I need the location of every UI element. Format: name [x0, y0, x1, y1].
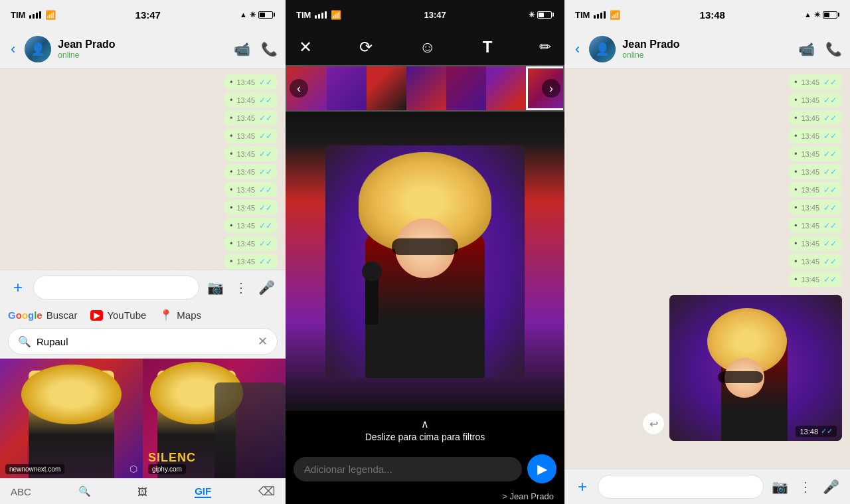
gif-clear-button[interactable]: ✕ — [258, 334, 268, 349]
frame-6[interactable] — [486, 66, 526, 110]
right-plus-button[interactable]: + — [572, 477, 592, 496]
gif-silencio-text: SILENC — [148, 451, 196, 465]
msg-6: • 13:45 ✓✓ — [224, 164, 278, 179]
caption-input[interactable] — [294, 457, 522, 481]
right-wifi: 📶 — [610, 10, 620, 20]
close-button[interactable]: ✕ — [299, 38, 312, 56]
right-avatar-image: 👤 — [589, 36, 616, 62]
left-wifi: 📶 — [45, 10, 56, 20]
right-msg-5: • 13:45 ✓✓ — [789, 146, 842, 161]
middle-wifi: 📶 — [331, 10, 341, 20]
right-header-info: Jean Prado online — [622, 39, 792, 60]
frame-4[interactable] — [406, 66, 446, 110]
frame-2[interactable] — [327, 66, 367, 110]
right-carrier: TIM — [575, 10, 590, 20]
bottom-label: > Jean Prado — [286, 489, 564, 504]
middle-battery — [537, 11, 554, 19]
kb-photo[interactable]: 🖼 — [137, 486, 147, 497]
send-button[interactable]: ▶ — [527, 454, 556, 483]
right-contact-status: online — [622, 50, 792, 60]
buscar-label: Buscar — [46, 309, 78, 321]
slide-hint-text: Deslize para cima para filtros — [365, 432, 485, 442]
video-call-icon[interactable]: 📹 — [234, 41, 250, 57]
more-button[interactable]: ⋮ — [232, 277, 250, 298]
right-phone-icon[interactable]: 📞 — [825, 41, 842, 57]
right-msg-11: • 13:45 ✓✓ — [789, 254, 842, 269]
film-strip: ‹ › — [286, 65, 564, 112]
maps-label: Maps — [177, 309, 201, 321]
left-avatar: 👤 — [25, 36, 51, 62]
frame-3[interactable] — [367, 66, 406, 110]
input-row: + 📷 ⋮ 🎤 — [0, 270, 286, 305]
maps-icon: 📍 — [159, 309, 173, 321]
msg-8: • 13:45 ✓✓ — [224, 200, 278, 215]
rotate-tool[interactable]: ⟳ — [359, 38, 373, 56]
right-msg-12: • 13:45 ✓✓ — [789, 272, 842, 287]
right-msg-7: • 13:45 ✓✓ — [789, 182, 842, 197]
keyboard-bar: ABC 🔍 🖼 GIF ⌫ — [0, 478, 286, 504]
right-message-input[interactable] — [598, 475, 764, 499]
pen-tool[interactable]: ✏ — [539, 39, 551, 56]
left-bottom-area: + 📷 ⋮ 🎤 Google Buscar ▶ YouTube 📍 Maps — [0, 270, 286, 504]
gif-search-input[interactable] — [37, 336, 252, 347]
film-nav-right[interactable]: › — [542, 79, 560, 98]
back-button[interactable]: ‹ — [8, 38, 18, 60]
film-nav-left[interactable]: ‹ — [290, 79, 308, 98]
left-status-left: TIM 📶 — [11, 10, 56, 20]
msg-4: • 13:45 ✓✓ — [224, 128, 278, 143]
middle-carrier: TIM — [296, 10, 311, 20]
sent-gif-wrapper: 13:48 ✓✓ ↩ — [669, 290, 842, 441]
msg-3: • 13:45 ✓✓ — [224, 110, 278, 126]
text-tool[interactable]: T — [483, 38, 493, 56]
camera-button[interactable]: 📷 — [205, 277, 226, 298]
maps-shortcut[interactable]: 📍 Maps — [159, 309, 201, 321]
right-chat-area: • 13:45 ✓✓ • 13:45 ✓✓ • 13:45 ✓✓ • 13:45… — [564, 69, 850, 469]
sent-gif[interactable]: 13:48 ✓✓ — [669, 295, 842, 441]
msg-1: • 13:45 ✓✓ — [224, 74, 278, 90]
bar1 — [29, 15, 31, 19]
right-camera-button[interactable]: 📷 — [769, 476, 791, 497]
msg-10: • 13:45 ✓✓ — [224, 236, 278, 251]
left-location-icon: ▲ — [240, 11, 247, 19]
gif-search-icon: 🔍 — [18, 335, 31, 348]
bar4 — [39, 11, 41, 19]
search-shortcuts: Google Buscar ▶ YouTube 📍 Maps — [0, 305, 286, 325]
avatar-image: 👤 — [25, 36, 51, 62]
msg-5: • 13:45 ✓✓ — [224, 146, 278, 161]
gif-preview — [286, 112, 564, 411]
phone-icon[interactable]: 📞 — [261, 41, 278, 57]
left-panel: TIM 📶 13:47 ▲ ✳ ‹ 👤 — [0, 0, 286, 504]
gif-thumb-1[interactable]: newnownext.com ⬡ — [0, 359, 143, 478]
youtube-shortcut[interactable]: ▶ YouTube — [90, 309, 146, 321]
gif-preview-inner — [286, 112, 564, 411]
right-back-button[interactable]: ‹ — [572, 38, 582, 60]
frame-5[interactable] — [446, 66, 486, 110]
plus-button[interactable]: + — [8, 278, 28, 297]
left-status-right: ▲ ✳ — [240, 11, 275, 19]
right-status-right: ▲ ✳ — [804, 11, 839, 19]
bar2 — [33, 14, 35, 19]
kb-gif[interactable]: GIF — [195, 485, 211, 498]
right-mic-button[interactable]: 🎤 — [820, 476, 842, 497]
emoji-tool[interactable]: ☺ — [419, 38, 436, 56]
message-input[interactable] — [33, 276, 199, 299]
right-chat-header: ‹ 👤 Jean Prado online 📹 📞 — [564, 29, 850, 69]
right-msg-9: • 13:45 ✓✓ — [789, 218, 842, 233]
right-signal — [594, 11, 606, 19]
buscar-shortcut[interactable]: Google Buscar — [8, 309, 77, 321]
left-signal — [29, 11, 41, 19]
middle-signal — [315, 11, 327, 19]
gif-thumb-2[interactable]: SILENC giphy.com — [143, 359, 286, 478]
mic-button[interactable]: 🎤 — [256, 277, 278, 298]
right-video-call-icon[interactable]: 📹 — [798, 41, 815, 57]
kb-delete[interactable]: ⌫ — [258, 484, 275, 499]
reply-icon[interactable]: ↩ — [643, 413, 664, 434]
left-status-bar: TIM 📶 13:47 ▲ ✳ — [0, 0, 286, 29]
right-more-button[interactable]: ⋮ — [796, 476, 815, 497]
middle-status-bar: TIM 📶 13:47 ✳ — [286, 0, 564, 29]
kb-search[interactable]: 🔍 — [78, 485, 91, 497]
right-msg-6: • 13:45 ✓✓ — [789, 164, 842, 179]
gif-source-2: giphy.com — [148, 464, 186, 474]
kb-abc[interactable]: ABC — [11, 486, 31, 497]
left-battery — [258, 11, 275, 19]
